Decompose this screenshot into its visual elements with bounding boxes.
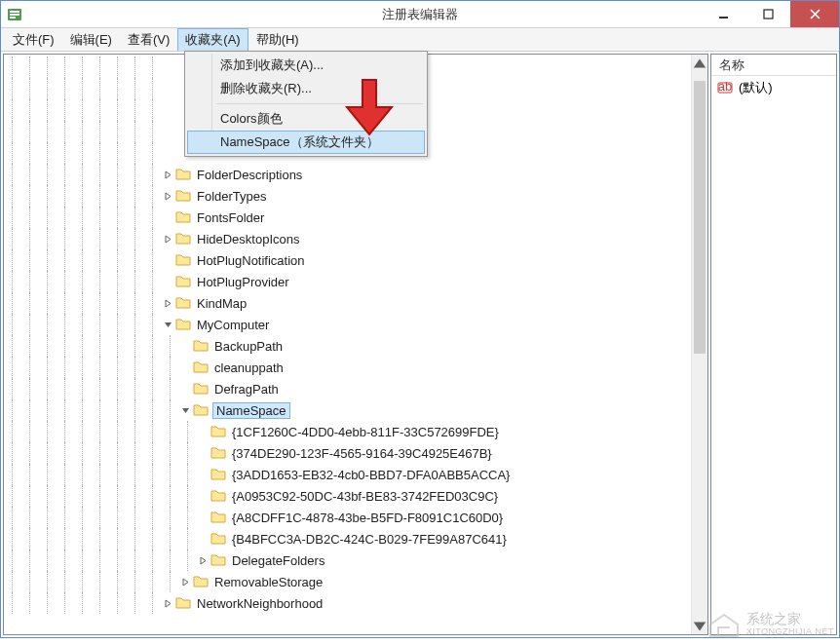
svg-rect-4: [719, 17, 728, 19]
tree-row[interactable]: FolderDescriptions: [4, 164, 707, 185]
tree-label[interactable]: BackupPath: [212, 339, 285, 354]
tree-row[interactable]: BackupPath: [4, 335, 707, 357]
tree-row[interactable]: RemovableStorage: [4, 571, 707, 592]
folder-icon: [175, 317, 191, 332]
tree-label[interactable]: NameSpace: [212, 402, 290, 419]
maximize-button[interactable]: [745, 1, 790, 27]
tree-row[interactable]: {A8CDFF1C-4878-43be-B5FD-F8091C1C60D0}: [4, 507, 707, 528]
tree-row[interactable]: HotPlugProvider: [4, 271, 707, 292]
tree-label[interactable]: MyComputer: [195, 318, 271, 332]
string-value-icon: ab: [717, 80, 733, 95]
expander-none: [179, 383, 191, 395]
folder-icon: [175, 295, 191, 311]
values-header-name[interactable]: 名称: [711, 55, 836, 76]
tree-label[interactable]: DefragPath: [212, 382, 281, 397]
expander-none: [162, 254, 173, 266]
expander-none: [179, 361, 191, 373]
tree-label[interactable]: FolderDescriptions: [195, 168, 304, 182]
folder-icon: [175, 167, 191, 182]
folder-icon: [193, 402, 209, 418]
app-icon: [7, 7, 22, 22]
dd-remove-favorite[interactable]: 删除收藏夹(R)...: [187, 77, 425, 100]
tree-label[interactable]: {1CF1260C-4DD0-4ebb-811F-33C572699FDE}: [230, 425, 501, 439]
expander-none: [197, 426, 209, 437]
tree-label[interactable]: HideDesktopIcons: [195, 232, 302, 246]
minimize-button[interactable]: [701, 1, 745, 27]
tree-row[interactable]: {A0953C92-50DC-43bf-BE83-3742FED03C9C}: [4, 485, 707, 507]
tree-label[interactable]: FolderTypes: [195, 189, 269, 204]
tree-label[interactable]: {374DE290-123F-4565-9164-39C4925E467B}: [230, 446, 494, 461]
tree-row[interactable]: FontsFolder: [4, 207, 707, 228]
expander-none: [162, 276, 173, 287]
tree-label[interactable]: {B4BFCC3A-DB2C-424C-B029-7FE99A87C641}: [230, 532, 509, 547]
tree-label[interactable]: {A8CDFF1C-4878-43be-B5FD-F8091C1C60D0}: [230, 511, 505, 525]
tree-row[interactable]: DelegateFolders: [4, 549, 707, 571]
tree-row[interactable]: NameSpace: [4, 399, 707, 421]
chevron-down-icon[interactable]: [179, 404, 191, 416]
value-row-default[interactable]: ab (默认): [711, 76, 836, 99]
chevron-right-icon[interactable]: [162, 597, 173, 609]
scroll-thumb[interactable]: [694, 81, 706, 354]
values-pane: 名称 ab (默认): [710, 54, 837, 635]
scroll-up-button[interactable]: [692, 55, 707, 71]
tree-label[interactable]: {3ADD1653-EB32-4cb0-BBD7-DFA0ABB5ACCA}: [230, 468, 512, 482]
menu-file[interactable]: 文件(F): [5, 28, 62, 51]
close-button[interactable]: [790, 1, 839, 27]
menu-favorites[interactable]: 收藏夹(A): [177, 28, 248, 51]
chevron-right-icon[interactable]: [162, 297, 173, 309]
tree-label[interactable]: RemovableStorage: [212, 575, 325, 589]
tree-row[interactable]: HotPlugNotification: [4, 249, 707, 271]
tree-row[interactable]: MyComputer: [4, 314, 707, 335]
tree-label[interactable]: HotPlugNotification: [195, 253, 307, 268]
value-name: (默认): [739, 79, 773, 96]
chevron-right-icon[interactable]: [162, 169, 173, 180]
tree-row[interactable]: cleanuppath: [4, 357, 707, 378]
tree-label[interactable]: DelegateFolders: [230, 553, 326, 568]
chevron-right-icon[interactable]: [162, 233, 173, 245]
folder-icon: [175, 274, 191, 289]
chevron-right-icon[interactable]: [197, 554, 209, 566]
expander-none: [179, 340, 191, 352]
dd-add-favorite[interactable]: 添加到收藏夹(A)...: [187, 54, 425, 77]
tree-label[interactable]: HotPlugProvider: [195, 275, 291, 289]
tree-row[interactable]: DefragPath: [4, 378, 707, 399]
tree-row[interactable]: FolderTypes: [4, 185, 707, 207]
svg-rect-1: [10, 11, 19, 13]
scroll-down-button[interactable]: [692, 618, 707, 634]
titlebar: 注册表编辑器: [1, 1, 839, 28]
tree-label[interactable]: KindMap: [195, 296, 248, 311]
folder-icon: [210, 531, 226, 547]
tree-label[interactable]: FontsFolder: [195, 210, 266, 225]
menu-help[interactable]: 帮助(H): [248, 28, 307, 51]
tree-row[interactable]: {3ADD1653-EB32-4cb0-BBD7-DFA0ABB5ACCA}: [4, 464, 707, 485]
folder-icon: [193, 360, 209, 375]
folder-icon: [175, 231, 191, 246]
tree-row[interactable]: {1CF1260C-4DD0-4ebb-811F-33C572699FDE}: [4, 421, 707, 442]
chevron-right-icon[interactable]: [179, 576, 191, 587]
menu-edit[interactable]: 编辑(E): [62, 28, 120, 51]
svg-text:ab: ab: [718, 80, 732, 94]
folder-icon: [193, 574, 209, 589]
dd-fav-namespace[interactable]: NameSpace（系统文件夹）: [187, 131, 425, 154]
folder-icon: [175, 595, 191, 611]
chevron-down-icon[interactable]: [162, 319, 173, 330]
tree-row[interactable]: {B4BFCC3A-DB2C-424C-B029-7FE99A87C641}: [4, 528, 707, 549]
tree-row[interactable]: HideDesktopIcons: [4, 228, 707, 249]
expander-none: [197, 490, 209, 502]
expander-none: [197, 511, 209, 523]
scroll-track[interactable]: [692, 71, 707, 618]
folder-icon: [210, 424, 226, 439]
chevron-right-icon[interactable]: [162, 190, 173, 202]
tree-label[interactable]: cleanuppath: [212, 360, 286, 375]
folder-icon: [193, 338, 209, 354]
tree-row[interactable]: KindMap: [4, 292, 707, 314]
tree-label[interactable]: {A0953C92-50DC-43bf-BE83-3742FED03C9C}: [230, 489, 500, 504]
vertical-scrollbar[interactable]: [691, 55, 707, 634]
tree-row[interactable]: NetworkNeighborhood: [4, 592, 707, 614]
favorites-dropdown: 添加到收藏夹(A)... 删除收藏夹(R)... Colors颜色 NameSp…: [184, 51, 428, 157]
tree-label[interactable]: NetworkNeighborhood: [195, 596, 325, 611]
folder-icon: [210, 510, 226, 525]
dd-fav-colors[interactable]: Colors颜色: [187, 107, 425, 131]
menu-view[interactable]: 查看(V): [120, 28, 177, 51]
tree-row[interactable]: {374DE290-123F-4565-9164-39C4925E467B}: [4, 442, 707, 464]
